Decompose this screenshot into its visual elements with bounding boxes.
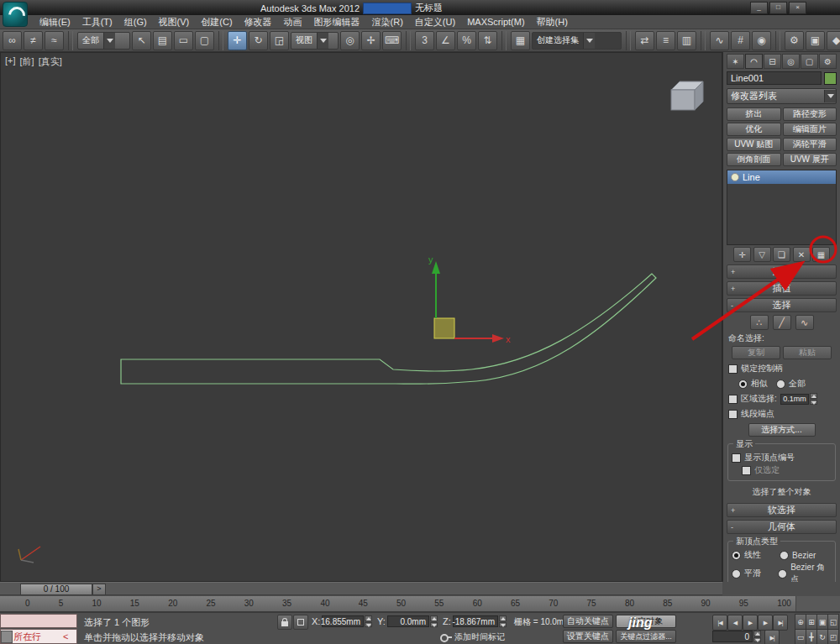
x-coordinate-field[interactable]: 16.855mm	[322, 615, 364, 627]
menu-views[interactable]: 视图(V)	[153, 16, 196, 29]
rectangular-selection-region-icon[interactable]: ▭	[174, 31, 193, 50]
x-spinner[interactable]	[365, 615, 372, 627]
pin-stack-icon[interactable]: ✛	[733, 247, 751, 262]
menu-customize[interactable]: 自定义(U)	[409, 16, 461, 29]
maxscript-listener-pink[interactable]	[0, 614, 77, 628]
track-bar[interactable]: 05 1015 2025 3035 4045 5055 6065 7075 80…	[0, 596, 840, 612]
rollout-geometry[interactable]: - 几何体	[727, 520, 837, 534]
pan-icon[interactable]: ╋	[806, 629, 817, 644]
edit-named-selection-sets-icon[interactable]: ▦	[511, 31, 530, 50]
hierarchy-tab-icon[interactable]: ⊟	[764, 54, 781, 69]
area-threshold-field[interactable]: 0.1mm	[780, 394, 809, 405]
mini-listener-icon[interactable]	[1, 631, 13, 643]
select-and-link-icon[interactable]: ∞	[3, 31, 22, 50]
zoom-all-icon[interactable]: ⊞	[806, 614, 817, 630]
utilities-tab-icon[interactable]: ⚙	[819, 54, 837, 69]
rollout-interpolation[interactable]: + 插值	[727, 281, 837, 296]
schematic-view-icon[interactable]: #	[731, 31, 750, 50]
area-threshold-spinner[interactable]	[810, 393, 817, 405]
modifier-list-dropdown[interactable]: 修改器列表	[727, 88, 837, 104]
select-and-rotate-icon[interactable]: ↻	[249, 31, 268, 50]
linear-radio[interactable]	[732, 551, 741, 560]
close-button[interactable]: ×	[789, 2, 806, 14]
turbosmooth-button[interactable]: 涡轮平滑	[783, 138, 837, 151]
selected-only-checkbox[interactable]	[742, 466, 751, 475]
orbit-icon[interactable]: ↻	[816, 629, 828, 644]
reference-coordinate-dropdown[interactable]: 视图	[291, 32, 339, 50]
render-icon[interactable]: ◆	[827, 31, 840, 50]
window-crossing-icon[interactable]: ▢	[195, 31, 214, 50]
rollout-selection[interactable]: - 选择	[727, 298, 837, 312]
menu-animation[interactable]: 动画	[278, 16, 308, 29]
modify-tab-icon[interactable]: ◠	[745, 54, 763, 69]
keyboard-shortcut-override-icon[interactable]: ⌨	[382, 31, 402, 50]
select-and-manipulate-icon[interactable]: ✢	[361, 31, 381, 50]
next-frame-icon[interactable]: ▶	[758, 615, 773, 631]
set-key-button[interactable]: 设置关键点	[563, 630, 613, 643]
previous-frame-icon[interactable]: ◀	[727, 615, 743, 631]
menu-edit[interactable]: 编辑(E)	[34, 16, 76, 29]
play-icon[interactable]: ▶	[743, 615, 758, 631]
named-selection-sets-dropdown[interactable]: 创建选择集	[532, 32, 622, 50]
material-editor-icon[interactable]: ◉	[752, 31, 771, 50]
selected-object-dropdown[interactable]: 选定对象	[616, 615, 676, 628]
extrude-button[interactable]: 挤出	[727, 107, 781, 121]
rendered-frame-window-icon[interactable]: ▣	[806, 31, 825, 50]
rollout-soft-selection[interactable]: + 软选择	[727, 503, 837, 517]
zoom-extents-all-icon[interactable]: ◱	[827, 614, 839, 630]
select-and-scale-icon[interactable]: ◲	[270, 31, 289, 50]
modifier-stack[interactable]: Line	[727, 170, 837, 245]
maximize-button[interactable]: □	[769, 2, 787, 14]
segment-subobject-icon[interactable]: ╱	[773, 315, 791, 330]
menu-help[interactable]: 帮助(H)	[531, 16, 574, 29]
zoom-extents-icon[interactable]: ▣	[816, 614, 828, 630]
configure-modifier-sets-icon[interactable]: ▦	[812, 247, 830, 262]
z-spinner[interactable]	[499, 615, 507, 627]
lock-handles-checkbox[interactable]	[728, 364, 738, 374]
alike-radio[interactable]	[738, 380, 748, 389]
display-tab-icon[interactable]: ▢	[801, 54, 818, 69]
chevron-down-icon[interactable]	[824, 90, 836, 102]
zoom-region-icon[interactable]: ▭	[795, 629, 806, 644]
percent-snap-icon[interactable]: %	[457, 31, 476, 50]
selection-lock-icon[interactable]	[277, 615, 292, 630]
snaps-toggle-icon[interactable]: 3	[415, 31, 434, 50]
create-tab-icon[interactable]: ✶	[727, 54, 744, 69]
menu-modifiers[interactable]: 修改器	[239, 16, 278, 29]
bezier-radio[interactable]	[780, 551, 789, 560]
y-coordinate-field[interactable]: 0.0mm	[387, 615, 429, 627]
copy-button[interactable]: 复制	[732, 346, 780, 359]
path-deform-button[interactable]: 路径变形	[783, 107, 837, 121]
bezier-corner-radio[interactable]	[778, 569, 787, 579]
time-slider-thumb[interactable]: 0 / 100	[20, 584, 92, 595]
angle-snap-icon[interactable]: ∠	[436, 31, 455, 50]
front-viewport[interactable]: [+] [前] [真实] y x	[0, 52, 722, 582]
next-frame-arrow[interactable]: >	[92, 584, 106, 595]
y-spinner[interactable]	[430, 615, 438, 627]
spline-subobject-icon[interactable]: ∿	[795, 315, 814, 330]
object-color-swatch[interactable]	[824, 72, 837, 85]
visibility-bulb-icon[interactable]	[731, 173, 739, 181]
menu-create[interactable]: 创建(C)	[195, 16, 238, 29]
edit-patch-button[interactable]: 编辑面片	[783, 123, 837, 136]
show-vertex-numbers-checkbox[interactable]	[732, 453, 741, 463]
select-by-name-icon[interactable]: ▤	[153, 31, 172, 50]
render-setup-icon[interactable]: ⚙	[785, 31, 804, 50]
go-to-end-icon[interactable]: ▶|	[764, 630, 780, 644]
motion-tab-icon[interactable]: ◎	[782, 54, 800, 69]
remove-modifier-icon[interactable]: ✕	[793, 247, 811, 262]
chevron-down-icon[interactable]	[317, 33, 328, 49]
z-coordinate-field[interactable]: -18.867mm	[453, 615, 498, 627]
current-frame-field[interactable]: 0	[712, 631, 753, 642]
menu-tools[interactable]: 工具(T)	[76, 16, 118, 29]
absolute-mode-icon[interactable]	[293, 615, 308, 630]
menu-graph-editors[interactable]: 图形编辑器	[308, 16, 366, 29]
all-radio[interactable]	[776, 380, 785, 389]
make-unique-icon[interactable]: ❏	[773, 247, 790, 262]
show-end-result-icon[interactable]: ▽	[753, 247, 771, 262]
curve-editor-icon[interactable]: ∿	[710, 31, 729, 50]
segment-end-checkbox[interactable]	[728, 410, 738, 419]
area-selection-checkbox[interactable]	[728, 395, 738, 404]
unlink-selection-icon[interactable]: ≠	[24, 31, 43, 50]
key-filters-button[interactable]: 关键点过滤器...	[616, 630, 676, 643]
